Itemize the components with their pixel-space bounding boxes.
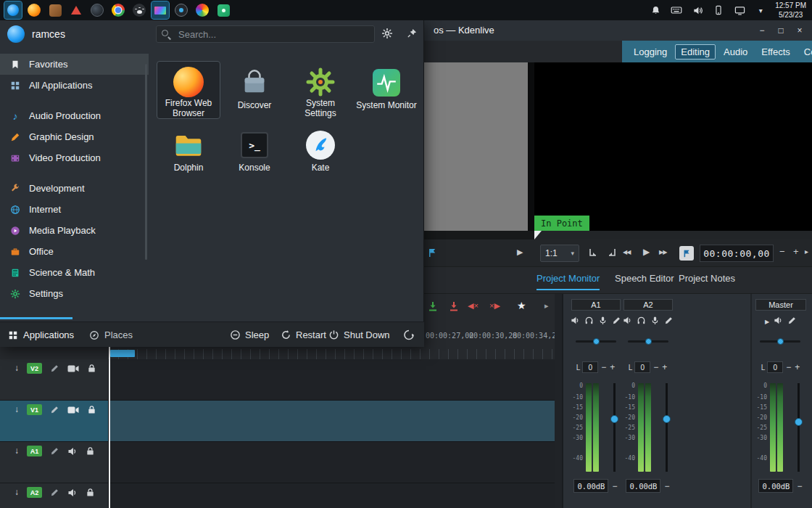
tab-project-monitor[interactable]: Project Monitor <box>536 273 600 290</box>
configure-icon[interactable] <box>381 28 393 41</box>
lock-track-icon[interactable] <box>86 446 95 456</box>
volume-slider[interactable] <box>613 383 616 472</box>
sidebar-item-office[interactable]: Office <box>0 241 149 262</box>
marker-flag-icon[interactable] <box>428 247 437 261</box>
tab-project-notes[interactable]: Project Notes <box>679 273 735 289</box>
pan-knob[interactable] <box>777 338 784 345</box>
balance-increase-button[interactable]: + <box>609 362 616 372</box>
volume-decrease-button[interactable]: − <box>663 481 670 491</box>
insert-zone-icon[interactable] <box>427 300 439 314</box>
sidebar-item-graphic-design[interactable]: Graphic Design <box>0 126 149 147</box>
track-lane-a1[interactable] <box>109 442 555 483</box>
ardour-icon[interactable] <box>67 1 85 19</box>
lock-track-icon[interactable] <box>86 487 95 498</box>
video-track-icon[interactable] <box>67 363 79 374</box>
volume-knob[interactable] <box>795 418 803 426</box>
overwrite-zone-icon[interactable] <box>448 300 460 314</box>
app-tile-system-settings[interactable]: System Settings <box>289 61 352 119</box>
pan-slider[interactable] <box>628 340 668 343</box>
track-header-v1[interactable]: ↓ V1 <box>0 401 109 442</box>
display-icon[interactable] <box>733 4 746 17</box>
tray-expand-icon[interactable]: ▾ <box>754 4 767 17</box>
tab-speech-editor[interactable]: Speech Editor <box>615 273 674 289</box>
pin-icon[interactable] <box>407 28 418 41</box>
track-name-badge[interactable]: V1 <box>27 404 42 415</box>
headphones-icon[interactable] <box>584 316 594 327</box>
edit-track-icon[interactable] <box>50 487 59 498</box>
minimize-button[interactable]: − <box>753 23 771 38</box>
shutdown-button[interactable]: Shut Down <box>328 322 390 348</box>
zone-in-icon[interactable] <box>588 247 598 260</box>
app-tile-konsole[interactable]: >_ Konsole <box>223 123 286 181</box>
balance-decrease-button[interactable]: − <box>785 362 792 372</box>
mute-icon[interactable] <box>571 316 580 327</box>
paw-app-icon[interactable] <box>130 1 148 19</box>
workspace-tab-effects[interactable]: Effects <box>755 44 796 60</box>
obs-icon[interactable] <box>173 1 190 19</box>
balance-value[interactable]: 0 <box>767 361 783 373</box>
search-input[interactable] <box>156 25 375 43</box>
rewind-icon[interactable]: ◀◀ <box>623 249 630 255</box>
kdenlive-taskbar-icon[interactable] <box>152 1 169 19</box>
workspace-tab-logging[interactable]: Logging <box>628 44 673 60</box>
zoom-in-button[interactable]: + <box>793 246 799 257</box>
track-lane-a2[interactable] <box>109 483 555 508</box>
balance-decrease-button[interactable]: − <box>652 362 659 372</box>
track-name-badge[interactable]: V2 <box>27 363 42 374</box>
sidebar-item-all-applications[interactable]: All Applications <box>0 75 149 96</box>
sidebar-item-audio-production[interactable]: ♪ Audio Production <box>0 105 149 126</box>
color-wheel-icon[interactable] <box>194 1 211 19</box>
track-lane-v2[interactable] <box>109 359 555 401</box>
zone-out-icon[interactable] <box>607 247 617 260</box>
headphones-icon[interactable] <box>637 316 646 327</box>
notifications-icon[interactable] <box>649 4 662 17</box>
pan-knob[interactable] <box>645 338 652 345</box>
steam-icon[interactable] <box>88 1 106 19</box>
volume-slider[interactable] <box>798 383 800 472</box>
track-header-a2[interactable]: ↓ A2 <box>0 483 109 508</box>
volume-value[interactable]: 0.00dB <box>573 479 608 493</box>
balance-decrease-button[interactable]: − <box>600 362 607 372</box>
lift-zone-icon[interactable]: ×▶ <box>489 301 500 311</box>
play-icon[interactable]: ▶ <box>643 247 650 257</box>
volume-icon[interactable] <box>691 4 704 17</box>
volume-knob[interactable] <box>610 415 618 423</box>
toolbar-overflow-icon[interactable]: ▸ <box>544 301 549 311</box>
keyboard-icon[interactable] <box>670 4 683 17</box>
volume-decrease-button[interactable]: − <box>796 481 803 491</box>
track-name-badge[interactable]: A1 <box>27 446 42 456</box>
clip-monitor-area[interactable] <box>424 62 528 231</box>
balance-increase-button[interactable]: + <box>661 362 668 372</box>
edit-track-icon[interactable] <box>50 363 59 374</box>
timeline-playhead[interactable] <box>109 319 110 508</box>
app-tile-discover[interactable]: Discover <box>223 61 286 119</box>
edit-channel-icon[interactable] <box>664 316 674 327</box>
sidebar-item-media-playback[interactable]: Media Playback <box>0 220 149 241</box>
package-app-icon[interactable] <box>46 1 64 19</box>
balance-value[interactable]: 0 <box>634 361 650 373</box>
lock-track-icon[interactable] <box>87 363 96 374</box>
footer-tab-places[interactable]: Places <box>88 322 133 348</box>
audio-track-icon[interactable] <box>67 446 78 456</box>
chromium-icon[interactable] <box>109 1 127 19</box>
footer-tab-applications[interactable]: Applications <box>7 322 74 348</box>
app-launcher-icon[interactable] <box>4 1 22 19</box>
forward-icon[interactable]: ▶▶ <box>659 249 666 255</box>
track-header-v2[interactable]: ↓ V2 <box>0 359 109 401</box>
app-tile-firefox[interactable]: Firefox Web Browser <box>157 61 220 119</box>
leave-session-button[interactable] <box>403 322 415 348</box>
edit-track-icon[interactable] <box>50 404 59 415</box>
app-tile-system-monitor[interactable]: System Monitor <box>355 61 418 119</box>
pan-knob[interactable] <box>593 338 600 345</box>
volume-slider[interactable] <box>666 383 668 472</box>
sidebar-item-video-production[interactable]: Video Production <box>0 147 149 168</box>
toolbar-more-icon[interactable]: ▸ <box>805 247 808 255</box>
volume-decrease-button[interactable]: − <box>611 481 618 491</box>
collapse-track-icon[interactable]: ↓ <box>14 363 19 373</box>
close-button[interactable]: × <box>790 23 809 38</box>
device-icon[interactable] <box>712 4 725 17</box>
monitor-timecode[interactable]: 00:00:00,00 <box>700 245 774 262</box>
mute-icon[interactable] <box>623 316 632 327</box>
track-header-a1[interactable]: ↓ A1 <box>0 442 109 483</box>
app-tile-dolphin[interactable]: Dolphin <box>157 123 220 181</box>
